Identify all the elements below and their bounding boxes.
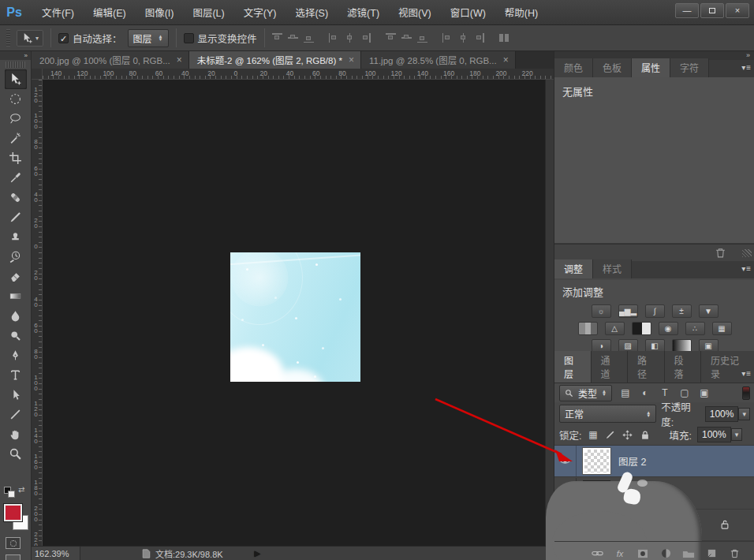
visibility-eye-icon[interactable] bbox=[554, 446, 577, 476]
tab-paragraph[interactable]: 段落 bbox=[665, 351, 702, 383]
layer-mask-icon[interactable] bbox=[636, 548, 649, 559]
layer-thumbnail[interactable] bbox=[583, 448, 610, 474]
layer-filter-type-select[interactable]: 类型 ▲▼ bbox=[559, 385, 612, 401]
close-icon[interactable]: × bbox=[349, 54, 354, 65]
opacity-field[interactable]: 100%▾ bbox=[705, 406, 750, 422]
adjustment-filter-icon[interactable]: ◐ bbox=[639, 386, 651, 399]
healing-brush-tool[interactable] bbox=[5, 188, 27, 207]
shape-filter-icon[interactable]: ▢ bbox=[678, 386, 691, 399]
align-right-button[interactable] bbox=[360, 33, 371, 43]
menu-item-5[interactable]: 选择(S) bbox=[286, 2, 337, 23]
new-layer-icon[interactable] bbox=[705, 548, 718, 559]
crop-tool[interactable] bbox=[5, 148, 27, 168]
menu-item-3[interactable]: 图层(L) bbox=[184, 2, 233, 23]
foreground-color-swatch[interactable] bbox=[4, 504, 22, 521]
hand-tool[interactable] bbox=[5, 424, 27, 444]
resize-grip[interactable] bbox=[742, 249, 752, 257]
align-hcenter-button[interactable] bbox=[345, 33, 355, 43]
menu-item-8[interactable]: 窗口(W) bbox=[442, 2, 495, 23]
layer-style-icon[interactable]: fx bbox=[614, 548, 626, 559]
tab-history[interactable]: 历史记录 bbox=[701, 351, 754, 383]
hue-saturation-adjustment-icon[interactable] bbox=[578, 322, 598, 335]
quick-mask-button[interactable] bbox=[6, 537, 21, 549]
panel-menu-icon[interactable]: ▾≡ bbox=[741, 63, 752, 72]
curves-adjustment-icon[interactable]: ∫ bbox=[645, 304, 665, 318]
menu-item-2[interactable]: 图像(I) bbox=[136, 2, 183, 23]
dist-bottom-button[interactable] bbox=[417, 33, 427, 43]
minimize-button[interactable]: — bbox=[675, 3, 699, 18]
vertical-scrollbar[interactable] bbox=[545, 80, 554, 546]
tool-preset-picker[interactable]: ▾ bbox=[17, 30, 43, 47]
dist-top-button[interactable] bbox=[386, 33, 396, 43]
blend-mode-select[interactable]: 正常 ▲▼ bbox=[559, 405, 656, 423]
maximize-button[interactable] bbox=[700, 3, 724, 18]
dist-left-button[interactable] bbox=[442, 33, 453, 43]
lasso-tool[interactable] bbox=[5, 109, 27, 129]
align-vcenter-button[interactable] bbox=[288, 33, 298, 43]
type-tool[interactable] bbox=[5, 365, 27, 385]
blur-tool[interactable] bbox=[5, 306, 27, 326]
zoom-level-field[interactable]: 162.39% bbox=[32, 547, 80, 560]
toolbox-grip[interactable] bbox=[6, 62, 25, 68]
smartobject-filter-icon[interactable]: ▣ bbox=[698, 386, 711, 399]
auto-align-button[interactable] bbox=[499, 33, 510, 43]
exposure-adjustment-icon[interactable]: ± bbox=[672, 304, 692, 318]
tab-untitled-2[interactable]: 未标题-2 @ 162% (图层 2, RGB/8) * × bbox=[189, 51, 361, 69]
document-canvas[interactable] bbox=[230, 252, 360, 382]
delete-layer-icon[interactable] bbox=[728, 548, 741, 559]
tab-paths[interactable]: 路径 bbox=[628, 351, 665, 383]
tab-layers[interactable]: 图层 bbox=[554, 351, 592, 383]
align-top-button[interactable] bbox=[272, 33, 282, 43]
brush-tool[interactable] bbox=[5, 207, 27, 227]
close-icon[interactable]: × bbox=[177, 54, 182, 65]
lock-all-icon[interactable] bbox=[639, 429, 651, 441]
brightness-contrast-adjustment-icon[interactable]: ☼ bbox=[592, 304, 611, 318]
move-tool[interactable] bbox=[5, 69, 27, 89]
swap-colors-icon[interactable]: ⇄ bbox=[18, 485, 24, 494]
layer-name[interactable]: 图层 2 bbox=[618, 454, 646, 469]
panel-menu-icon[interactable]: ▾≡ bbox=[741, 369, 752, 378]
channel-mixer-adjustment-icon[interactable]: ∴ bbox=[685, 322, 705, 335]
menu-item-7[interactable]: 视图(V) bbox=[390, 2, 440, 23]
panel-menu-icon[interactable]: ▾≡ bbox=[741, 264, 752, 273]
new-adjustment-icon[interactable] bbox=[659, 548, 672, 559]
dodge-tool[interactable] bbox=[5, 326, 27, 345]
vibrance-adjustment-icon[interactable]: ▼ bbox=[699, 304, 719, 318]
type-filter-icon[interactable]: T bbox=[659, 386, 671, 399]
line-tool[interactable] bbox=[5, 405, 27, 424]
close-icon[interactable]: × bbox=[503, 54, 509, 65]
dropdown-arrow-icon[interactable]: ▾ bbox=[731, 428, 743, 441]
tab-color[interactable]: 颜色 bbox=[554, 58, 593, 77]
menu-item-1[interactable]: 编辑(E) bbox=[84, 2, 135, 23]
tab-properties[interactable]: 属性 bbox=[632, 58, 670, 77]
dropdown-arrow-icon[interactable]: ▾ bbox=[738, 408, 750, 420]
history-brush-tool[interactable] bbox=[5, 247, 27, 267]
status-menu-arrow[interactable]: ▶ bbox=[255, 549, 261, 558]
link-layers-icon[interactable] bbox=[591, 548, 603, 559]
lock-transparent-icon[interactable]: ▦ bbox=[587, 429, 599, 441]
trash-icon[interactable] bbox=[715, 247, 726, 259]
layer-row-2[interactable]: 图层 2 bbox=[554, 446, 754, 477]
photo-filter-adjustment-icon[interactable]: ◉ bbox=[659, 322, 678, 335]
magic-wand-tool[interactable] bbox=[5, 129, 27, 148]
menu-item-6[interactable]: 滤镜(T) bbox=[338, 2, 388, 23]
pixel-filter-icon[interactable]: ▤ bbox=[619, 386, 632, 399]
pen-tool[interactable] bbox=[5, 345, 27, 365]
align-bottom-button[interactable] bbox=[304, 33, 314, 43]
tab-11jpg[interactable]: 11.jpg @ 28.5% (图层 0, RGB... × bbox=[361, 51, 516, 69]
dist-right-button[interactable] bbox=[474, 33, 484, 43]
lock-pixels-icon[interactable] bbox=[604, 429, 616, 441]
new-group-icon[interactable] bbox=[682, 548, 695, 559]
fill-field[interactable]: 100%▾ bbox=[697, 427, 742, 442]
levels-adjustment-icon[interactable]: ▄▆▂ bbox=[618, 304, 638, 318]
auto-select-dropdown[interactable]: 图层 ▲▼ bbox=[128, 29, 169, 47]
tab-swatches[interactable]: 色板 bbox=[593, 58, 632, 77]
dist-hcenter-button[interactable] bbox=[458, 33, 468, 43]
color-lookup-adjustment-icon[interactable]: ▦ bbox=[712, 322, 732, 335]
align-left-button[interactable] bbox=[329, 33, 339, 43]
menu-item-9[interactable]: 帮助(H) bbox=[496, 2, 547, 23]
eraser-tool[interactable] bbox=[5, 267, 27, 286]
auto-select-checkbox[interactable]: ✓ bbox=[58, 33, 69, 43]
black-white-adjustment-icon[interactable] bbox=[632, 322, 651, 335]
lock-position-icon[interactable] bbox=[621, 429, 633, 441]
